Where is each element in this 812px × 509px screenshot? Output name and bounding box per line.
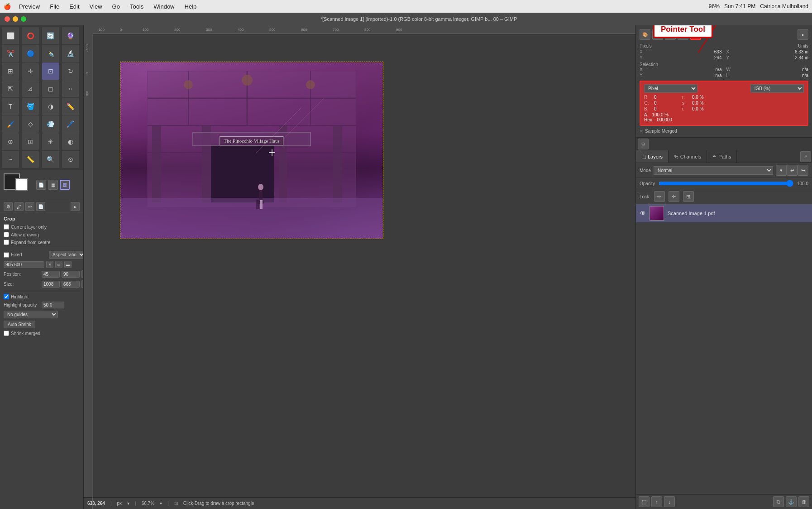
device-status-icon[interactable]: 🖊 xyxy=(14,202,24,211)
maximize-button[interactable] xyxy=(21,16,26,22)
menu-edit[interactable]: Edit xyxy=(67,2,81,11)
layers-panel-expand-icon[interactable]: ↗ xyxy=(800,151,811,162)
shrink-merged-checkbox[interactable] xyxy=(4,331,9,336)
menu-window[interactable]: Window xyxy=(152,2,176,11)
tab-paths[interactable]: ✒ Paths xyxy=(707,150,737,163)
tool-ellipse-select[interactable]: ⭕ xyxy=(22,27,39,44)
lock-all-icon[interactable]: ⊞ xyxy=(683,191,694,202)
rgb-mode-select[interactable]: IGB (%) xyxy=(750,84,804,93)
position-x-input[interactable] xyxy=(42,271,60,278)
tool-text[interactable]: T xyxy=(2,98,19,115)
tool-airbrush[interactable]: 💨 xyxy=(42,115,59,133)
tool-flip[interactable]: ↔ xyxy=(62,80,79,97)
tool-heal[interactable]: ⊞ xyxy=(22,133,39,150)
tool-fg-select[interactable]: 🔵 xyxy=(22,45,39,62)
layer-visibility-icon[interactable]: 👁 xyxy=(640,210,646,217)
tool-extra[interactable]: ⊙ xyxy=(62,151,79,168)
minimize-button[interactable] xyxy=(13,16,18,22)
menu-preview[interactable]: Preview xyxy=(17,2,42,11)
layer-duplicate-icon[interactable]: ⧉ xyxy=(773,496,784,507)
highlight-checkbox[interactable] xyxy=(4,294,9,299)
menu-file[interactable]: File xyxy=(48,2,61,11)
canvas-scroll[interactable]: The Pinocchio Village Haus xyxy=(93,34,635,497)
background-color[interactable] xyxy=(15,178,28,191)
guides-select[interactable]: No guides xyxy=(4,311,58,318)
tools-options-icon[interactable]: ⚙ xyxy=(4,202,13,211)
lock-pixel-icon[interactable]: ✏ xyxy=(654,191,665,202)
status-zoom-dropdown[interactable]: ▾ xyxy=(160,501,162,506)
tool-bucket[interactable]: 🪣 xyxy=(22,98,39,115)
tool-measure[interactable]: 📏 xyxy=(22,151,39,168)
tool-move[interactable]: ✛ xyxy=(22,62,39,80)
fixed-select[interactable]: Aspect ratio xyxy=(49,251,84,259)
right-panel-menu-icon[interactable]: ▸ xyxy=(798,29,808,40)
mode-select[interactable]: Normal xyxy=(654,166,773,175)
size-ratio-input[interactable] xyxy=(4,261,44,268)
size-landscape-icon[interactable]: ▬ xyxy=(64,261,72,268)
color-info-icon[interactable]: 🎨 xyxy=(640,29,650,40)
canvas-image[interactable]: The Pinocchio Village Haus xyxy=(120,62,383,239)
tool-scale[interactable]: ⇱ xyxy=(2,80,19,97)
new-layer-icon[interactable]: 📄 xyxy=(36,180,46,190)
current-layer-checkbox[interactable] xyxy=(4,224,9,230)
mode-dropdown-icon[interactable]: ▾ xyxy=(776,165,787,176)
position-y-input[interactable] xyxy=(62,271,80,278)
tool-color-picker[interactable]: 🔬 xyxy=(62,45,79,62)
tab-layers[interactable]: ⬚ Layers xyxy=(636,150,669,163)
document-icon[interactable]: 📄 xyxy=(36,202,45,211)
tool-burn[interactable]: ◐ xyxy=(62,133,79,150)
layer-anchor-icon[interactable]: ⚓ xyxy=(786,496,797,507)
undo-history-icon[interactable]: ↩ xyxy=(25,202,34,211)
status-unit-dropdown[interactable]: ▾ xyxy=(127,501,129,506)
size-h-input[interactable] xyxy=(62,281,80,288)
size-w-input[interactable] xyxy=(42,281,60,288)
menu-help[interactable]: Help xyxy=(183,2,199,11)
pattern-icon[interactable]: ▦ xyxy=(48,180,58,190)
apple-menu[interactable]: 🍎 xyxy=(4,3,11,10)
size-portrait-icon[interactable]: ▭ xyxy=(55,261,62,268)
layer-new-group-icon[interactable]: ⬚ xyxy=(639,496,650,507)
fixed-checkbox[interactable] xyxy=(4,252,9,258)
tool-align[interactable]: ⊞ xyxy=(2,62,19,80)
tool-zoom[interactable]: 🔍 xyxy=(42,151,59,168)
highlight-opacity-input[interactable] xyxy=(42,302,64,308)
tool-crop[interactable]: ⊡ xyxy=(42,62,59,80)
tool-lasso[interactable]: 🔄 xyxy=(42,27,59,44)
tool-scissors[interactable]: ✂️ xyxy=(2,45,19,62)
layer-down-icon[interactable]: ↓ xyxy=(664,496,675,507)
tool-paintbrush[interactable]: 🖌️ xyxy=(2,115,19,133)
layer-delete-icon[interactable]: 🗑 xyxy=(798,496,809,507)
tool-fuzzy-select[interactable]: 🔮 xyxy=(62,27,79,44)
tool-paths[interactable]: ✒️ xyxy=(42,45,59,62)
opacity-slider[interactable] xyxy=(659,180,793,187)
tool-clone[interactable]: ⊕ xyxy=(2,133,19,150)
tool-shear[interactable]: ⊿ xyxy=(22,80,39,97)
menu-tools[interactable]: Tools xyxy=(128,2,145,11)
tool-rotate[interactable]: ↻ xyxy=(62,62,79,80)
tool-perspective[interactable]: ◻ xyxy=(42,80,59,97)
layers-panel-float-icon[interactable]: ⊞ xyxy=(638,139,649,149)
pixel-mode-select[interactable]: Pixel xyxy=(644,84,697,93)
tab-channels[interactable]: % Channels xyxy=(669,150,707,163)
expand-centre-checkbox[interactable] xyxy=(4,240,9,245)
tool-smudge[interactable]: ~ xyxy=(2,151,19,168)
tool-eraser[interactable]: ◇ xyxy=(22,115,39,133)
tool-dodge[interactable]: ☀ xyxy=(42,133,59,150)
auto-shrink-button[interactable]: Auto Shrink xyxy=(4,321,35,328)
close-button[interactable] xyxy=(5,16,10,22)
tool-blend[interactable]: ◑ xyxy=(42,98,59,115)
tool-ink[interactable]: 🖊️ xyxy=(62,115,79,133)
layer-up-icon[interactable]: ↑ xyxy=(651,496,662,507)
layer-item[interactable]: 👁 Scanned Image 1.pdf xyxy=(636,204,812,222)
small-view-icon[interactable]: 🖼 xyxy=(60,180,70,190)
configure-panel-icon[interactable]: ▸ xyxy=(71,202,80,211)
size-clear-icon[interactable]: ✕ xyxy=(46,261,53,268)
redo-icon[interactable]: ↪ xyxy=(798,165,808,176)
lock-position-icon[interactable]: ✛ xyxy=(669,191,679,202)
tool-rect-select[interactable]: ⬜ xyxy=(2,27,19,44)
menu-go[interactable]: Go xyxy=(110,2,122,11)
menu-view[interactable]: View xyxy=(88,2,104,11)
allow-growing-checkbox[interactable] xyxy=(4,232,9,237)
tool-pencil[interactable]: ✏️ xyxy=(62,98,79,115)
undo-icon[interactable]: ↩ xyxy=(787,165,798,176)
